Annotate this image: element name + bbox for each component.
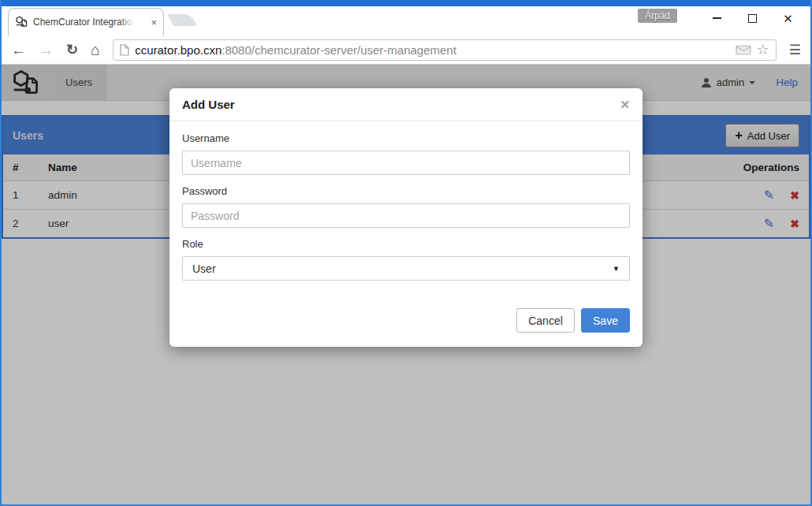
forward-icon[interactable]: → [39,43,54,58]
browser-tab[interactable]: ChemCurator Integration S × [8,8,164,35]
add-user-modal: Add User ✕ Username Password Role User ▼ [169,88,643,347]
select-caret-icon: ▼ [613,265,620,273]
role-select[interactable]: User ▼ [182,256,630,281]
modal-close-icon[interactable]: ✕ [620,99,630,110]
modal-header: Add User ✕ [169,88,643,121]
titlebar-controls: Árpád ✕ [638,6,806,35]
tab-title: ChemCurator Integration S [33,17,134,28]
window-frame-top [2,0,810,6]
bookmark-star-icon[interactable]: ☆ [757,43,769,57]
modal-title: Add User [182,98,235,111]
url-path: :8080/chemcurator-server/user-management [222,43,456,57]
tab-close-icon[interactable]: × [151,17,157,28]
modal-footer: Cancel Save [169,294,643,347]
save-button[interactable]: Save [581,308,630,333]
chrome-profile-badge[interactable]: Árpád [638,9,677,23]
window-maximize-button[interactable] [735,6,770,30]
page-document-icon [120,44,129,56]
role-select-value: User [192,262,216,275]
cancel-button[interactable]: Cancel [516,308,575,333]
favicon-chemcurator-icon [15,16,28,28]
role-form-group: Role User ▼ [182,238,630,281]
close-icon: ✕ [783,13,793,24]
browser-titlebar: ChemCurator Integration S × Árpád ✕ [2,6,810,35]
browser-window: ChemCurator Integration S × Árpád ✕ ← → … [0,0,812,506]
password-label: Password [182,185,630,197]
username-label: Username [182,132,630,144]
url-text: ccurator.bpo.cxn:8080/chemcurator-server… [135,43,729,57]
browser-toolbar: ← → ↻ ⌂ ccurator.bpo.cxn:8080/chemcurato… [2,35,810,65]
password-form-group: Password [182,185,630,228]
chrome-menu-icon[interactable]: ☰ [789,43,801,57]
minimize-icon [713,17,721,19]
back-icon[interactable]: ← [11,43,26,58]
window-close-button[interactable]: ✕ [770,6,806,30]
password-field[interactable] [182,203,630,228]
reload-icon[interactable]: ↻ [66,43,78,57]
username-field[interactable] [182,151,630,175]
maximize-icon [748,14,757,23]
new-tab-button[interactable] [167,14,197,26]
url-host: ccurator.bpo.cxn [135,43,222,57]
page-viewport: Users admin Help Users [2,65,810,504]
username-form-group: Username [182,132,630,175]
window-minimize-button[interactable] [699,6,735,30]
role-label: Role [182,238,630,250]
modal-body: Username Password Role User ▼ [169,121,643,294]
home-icon[interactable]: ⌂ [91,42,100,58]
address-bar[interactable]: ccurator.bpo.cxn:8080/chemcurator-server… [113,39,777,61]
send-envelope-icon[interactable] [736,45,751,55]
